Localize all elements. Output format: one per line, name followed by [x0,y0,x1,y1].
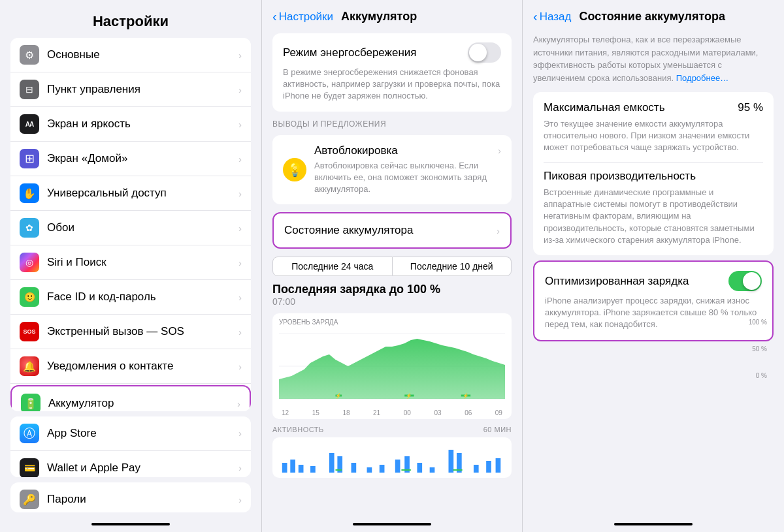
svg-rect-18 [380,465,385,473]
sidebar-item-faceid[interactable]: 🙂 Face ID и код-пароль › [10,280,251,315]
tab-10d[interactable]: Последние 10 дней [393,257,512,276]
svg-rect-10 [282,463,287,473]
basic-label: Основные [47,48,236,61]
health-panel: ‹ Назад Состояние аккумулятора Аккумулят… [523,0,784,532]
sidebar-item-siri[interactable]: ◎ Siri и Поиск › [10,245,251,280]
svg-rect-26 [486,461,491,473]
time-tabs: Последние 24 часа Последние 10 дней [272,257,512,276]
charge-chart-svg: ⚡ ⚡ ⚡ [279,327,505,405]
svg-rect-19 [395,460,400,473]
sidebar-item-battery[interactable]: 🔋 Аккумулятор › [10,385,251,411]
chevron-icon: › [238,361,242,372]
sidebar-item-display[interactable]: AA Экран и яркость › [10,107,251,142]
tab-24h[interactable]: Последние 24 часа [272,257,393,276]
svg-text:⚡: ⚡ [463,392,469,399]
peak-perf-desc: Встроенные динамические программные и ап… [544,187,763,246]
activity-chart-svg [279,440,505,473]
display-icon: AA [20,114,39,134]
home-label: Экран «Домой» [47,152,236,165]
sidebar-item-accessibility[interactable]: ✋ Универсальный доступ › [10,176,251,211]
battery-status-chevron: › [497,225,500,236]
svg-text:⚡: ⚡ [406,392,412,399]
optimized-charging-card: Оптимизированная зарядка iPhone анализир… [533,260,774,341]
health-intro: Аккумуляторы телефона, как и все перезар… [533,33,774,84]
sidebar-item-sos[interactable]: SOS Экстренный вызов — SOS › [10,315,251,349]
settings-panel: Настройки ⚙ Основные › ⊟ Пункт управлени… [0,0,261,532]
last-charge-label: Последняя зарядка до 100 % [272,283,512,296]
svg-rect-22 [430,467,435,473]
contact-icon: 🔔 [20,356,39,376]
siri-icon: ◎ [20,253,39,272]
sidebar-item-home[interactable]: ⊞ Экран «Домой» › [10,142,251,176]
battery-panel: ‹ Настройки Аккумулятор Режим энергосбер… [261,0,523,532]
svg-rect-12 [299,465,304,473]
chevron-icon: › [238,494,242,505]
control-icon: ⊟ [20,80,39,99]
health-back-button[interactable]: ‹ Назад [533,9,571,24]
svg-rect-11 [290,460,295,473]
faceid-icon: 🙂 [20,287,39,307]
wallet-label: Wallet и Apple Pay [47,462,236,475]
optimized-toggle-knob [743,272,760,290]
sidebar-item-appstore[interactable]: Ⓐ App Store › [10,416,251,451]
svg-rect-13 [310,466,316,473]
last-charge-time: 07:00 [272,296,512,307]
faceid-label: Face ID и код-пароль [47,290,236,304]
sidebar-item-passwords[interactable]: 🔑 Пароли › [10,482,251,512]
optimized-toggle[interactable] [728,271,762,291]
sos-label: Экстренный вызов — SOS [47,325,236,338]
appstore-icon: Ⓐ [20,424,39,443]
optimized-desc: iPhone анализирует процесс зарядки, сниж… [545,295,762,331]
wallpaper-label: Обои [47,221,236,234]
toggle-knob [469,44,487,61]
back-label: Настройки [279,10,333,23]
power-saving-toggle[interactable] [468,42,501,63]
svg-rect-17 [367,467,372,473]
suggestions-title: ВЫВОДЫ И ПРЕДЛОЖЕНИЯ [272,119,512,129]
sidebar-item-contact[interactable]: 🔔 Уведомления о контакте › [10,349,251,384]
accessibility-label: Универсальный доступ [47,187,236,200]
autolock-card: 💡 Автоблокировка › Автоблокировка сейчас… [272,135,512,205]
optimized-row: Оптимизированная зарядка [545,271,762,291]
max-capacity-label: Максимальная емкость [544,101,665,114]
battery-nav: ‹ Настройки Аккумулятор [262,0,522,28]
optimized-label: Оптимизированная зарядка [545,275,689,288]
basic-icon: ⚙ [20,45,39,65]
details-link[interactable]: Подробнее… [676,73,728,83]
sidebar-item-wallet[interactable]: 💳 Wallet и Apple Pay › [10,451,251,478]
chevron-icon: › [238,50,242,61]
svg-text:⚡: ⚡ [335,392,342,399]
chevron-icon: › [238,223,242,234]
peak-perf-row: Пиковая производительность [544,170,763,183]
accessibility-icon: ✋ [20,183,39,203]
chevron-icon: › [238,257,242,268]
activity-chart-area [272,437,512,478]
appstore-label: App Store [47,427,236,440]
battery-status-button[interactable]: Состояние аккумулятора › [272,212,512,249]
battery-status-label: Состояние аккумулятора [284,224,413,237]
max-capacity-value: 95 % [738,101,763,114]
sidebar-item-control[interactable]: ⊟ Пункт управления › [10,72,251,107]
chevron-icon: › [238,153,242,164]
wallpaper-icon: ✿ [20,218,39,238]
chevron-icon: › [238,292,242,303]
battery-panel-title: Аккумулятор [341,10,417,23]
svg-rect-16 [351,463,357,473]
charge-chart-area: УРОВЕНЬ ЗАРЯДА 100 % 50 % 0 % [272,313,512,419]
autolock-label: Автоблокировка [314,144,398,157]
chevron-icon: › [238,188,242,199]
chevron-icon: › [238,428,242,439]
back-button[interactable]: ‹ Настройки [272,9,333,24]
max-capacity-card: Максимальная емкость 95 % Это текущее зн… [533,92,774,255]
svg-rect-21 [417,463,422,473]
health-nav: ‹ Назад Состояние аккумулятора [523,0,784,28]
contact-label: Уведомления о контакте [47,360,236,373]
power-saving-desc: В режиме энергосбережения снижается фоно… [283,67,501,102]
sidebar-item-wallpaper[interactable]: ✿ Обои › [10,211,251,245]
health-back-chevron-icon: ‹ [533,9,538,24]
display-label: Экран и яркость [47,117,236,131]
battery-label: Аккумулятор [48,397,235,410]
settings-group-1: ⚙ Основные › ⊟ Пункт управления › AA Экр… [10,38,251,411]
back-chevron-icon: ‹ [272,9,277,24]
sidebar-item-basic[interactable]: ⚙ Основные › [10,38,251,72]
